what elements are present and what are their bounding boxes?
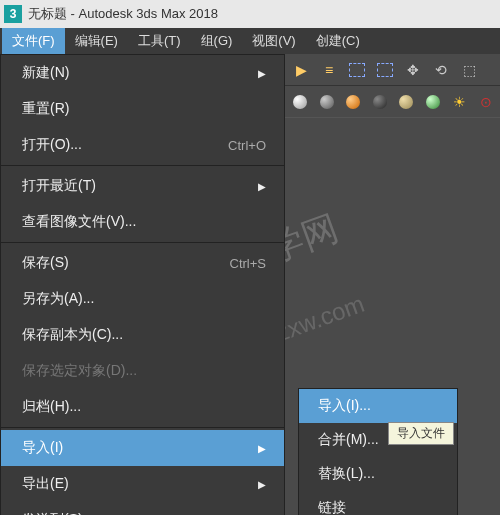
target-icon[interactable]: ⊙ (476, 91, 497, 113)
submenu-replace[interactable]: 替换(L)... (299, 457, 457, 491)
menu-save-copy[interactable]: 保存副本为(C)... (1, 317, 284, 353)
light-icon[interactable]: ☀ (449, 91, 470, 113)
menu-save[interactable]: 保存(S)Ctrl+S (1, 245, 284, 281)
menu-create[interactable]: 创建(C) (306, 28, 370, 54)
menu-separator (1, 427, 284, 428)
tooltip: 导入文件 (388, 422, 454, 445)
shortcut-label: Ctrl+S (230, 256, 266, 271)
selection-rect2-icon[interactable] (374, 59, 396, 81)
selection-rect-icon[interactable] (346, 59, 368, 81)
menu-group[interactable]: 组(G) (191, 28, 243, 54)
cursor-icon[interactable]: ▶ (290, 59, 312, 81)
import-submenu: 导入(I)... 合并(M)... 替换(L)... 链接 (298, 388, 458, 515)
chevron-right-icon: ▶ (258, 181, 266, 192)
menu-separator (1, 242, 284, 243)
titlebar: 3 无标题 - Autodesk 3ds Max 2018 (0, 0, 500, 28)
chevron-right-icon: ▶ (258, 443, 266, 454)
menu-send-to[interactable]: 发送到(S)▶ (1, 502, 284, 515)
shortcut-label: Ctrl+O (228, 138, 266, 153)
menu-view[interactable]: 视图(V) (242, 28, 305, 54)
menubar: 文件(F) 编辑(E) 工具(T) 组(G) 视图(V) 创建(C) (0, 28, 500, 54)
menu-new[interactable]: 新建(N)▶ (1, 55, 284, 91)
menu-save-as[interactable]: 另存为(A)... (1, 281, 284, 317)
rotate-icon[interactable]: ⟲ (430, 59, 452, 81)
submenu-import-file[interactable]: 导入(I)... (299, 389, 457, 423)
menu-separator (1, 165, 284, 166)
move-icon[interactable]: ✥ (402, 59, 424, 81)
menu-archive[interactable]: 归档(H)... (1, 389, 284, 425)
menu-reset[interactable]: 重置(R) (1, 91, 284, 127)
window-title: 无标题 - Autodesk 3ds Max 2018 (28, 5, 218, 23)
menu-import[interactable]: 导入(I)▶ (1, 430, 284, 466)
menu-export[interactable]: 导出(E)▶ (1, 466, 284, 502)
sphere-tan-icon[interactable] (396, 91, 417, 113)
menu-file[interactable]: 文件(F) (2, 28, 65, 54)
menu-edit[interactable]: 编辑(E) (65, 28, 128, 54)
select-filter-icon[interactable]: ≡ (318, 59, 340, 81)
sphere-gray-icon[interactable] (317, 91, 338, 113)
scale-icon[interactable]: ⬚ (458, 59, 480, 81)
app-icon: 3 (4, 5, 22, 23)
menu-open[interactable]: 打开(O)...Ctrl+O (1, 127, 284, 163)
menu-save-selected: 保存选定对象(D)... (1, 353, 284, 389)
sphere-white-icon[interactable] (290, 91, 311, 113)
menu-open-recent[interactable]: 打开最近(T)▶ (1, 168, 284, 204)
sphere-dark-icon[interactable] (370, 91, 391, 113)
sphere-orange-icon[interactable] (343, 91, 364, 113)
menu-view-image[interactable]: 查看图像文件(V)... (1, 204, 284, 240)
file-dropdown-menu: 新建(N)▶ 重置(R) 打开(O)...Ctrl+O 打开最近(T)▶ 查看图… (0, 54, 285, 515)
menu-tools[interactable]: 工具(T) (128, 28, 191, 54)
submenu-link[interactable]: 链接 (299, 491, 457, 515)
chevron-right-icon: ▶ (258, 68, 266, 79)
sphere-green-icon[interactable] (423, 91, 444, 113)
chevron-right-icon: ▶ (258, 479, 266, 490)
